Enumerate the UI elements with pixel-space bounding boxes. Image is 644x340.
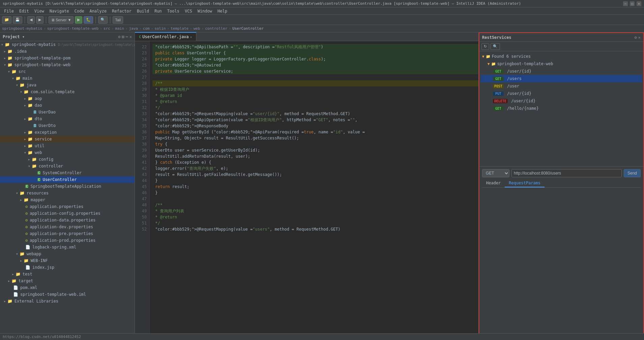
toolbar-save-btn[interactable]: 💾 [13,16,22,24]
code-line[interactable]: /** [152,80,478,86]
editor-tab-usercontroller[interactable]: C UserController.java ✕ [135,32,196,41]
code-line[interactable]: "color:#bbb529;">@ResponseBody [152,123,478,129]
menu-item-refactor[interactable]: Refactor [109,8,134,14]
breadcrumb-item[interactable]: java [129,26,138,31]
breadcrumb-item[interactable]: web [193,26,200,31]
breadcrumb-item[interactable]: controller [205,26,227,31]
sidebar-tree-item[interactable]: ▶📁dto [0,115,135,122]
menu-item-build[interactable]: Build [134,8,152,14]
rest-service-item[interactable]: GET/users [481,75,642,82]
sidebar-tree-item[interactable]: ▶📁springboot-template-pom [0,55,135,61]
breadcrumb-item[interactable]: springboot-template-web [47,26,99,31]
maximize-btn[interactable]: □ [630,1,635,6]
code-line[interactable]: } catch (Exception e) { [152,159,478,165]
code-line[interactable]: private Logger logger = LoggerFactory.ge… [152,56,478,62]
rest-service-item[interactable]: GET/user/{id} [481,68,642,75]
rest-service-item[interactable]: DELETE/user/{id} [481,97,642,105]
sidebar-tree-item[interactable]: ▼📁src [0,68,135,75]
header-tab[interactable]: Header [482,179,505,187]
url-input[interactable] [511,169,622,177]
code-line[interactable]: result = ResultUtil.getFailedResult(e.ge… [152,172,478,178]
code-line[interactable]: public class UserController { [152,50,478,56]
sidebar-tree-item[interactable]: ⚙application-config.properties [0,210,135,217]
sidebar-tree-item[interactable]: 📄logback-spring.xml [0,244,135,251]
code-line[interactable]: logger.error("查询用户失败", e); [152,165,478,172]
code-line[interactable]: "color:#bbb529;">@RequestMapping(value =… [152,226,478,232]
sidebar-tree-item[interactable]: ⚙application.properties [0,203,135,210]
sidebar-tree-item[interactable]: 📄springboot-template-web.iml [0,291,135,298]
code-line[interactable]: * @return [152,214,478,220]
menu-item-vcs[interactable]: VCS [182,8,195,14]
sidebar-tree-item[interactable]: ▶📁exception [0,129,135,136]
sidebar-tree-item[interactable]: ▶📁service [0,136,135,142]
sidebar-layout-icon[interactable]: ⊞ [122,34,124,39]
rest-gear-icon[interactable]: ⚙ [635,35,637,40]
sidebar-tree-item[interactable]: ▼📁com.solin.template [0,88,135,95]
sidebar-tree-item[interactable]: ▼📁springboot-template-web [0,61,135,68]
code-line[interactable]: "color:#bbb529;">@ApiOperation(value = "… [152,117,478,123]
menu-item-run[interactable]: Run [152,8,165,14]
sidebar-tree-item[interactable]: ▶📁mapper [0,197,135,203]
code-line[interactable]: * 根据ID查询用户 [152,86,478,93]
request-params-tab[interactable]: RequestParams [505,179,544,187]
sidebar-tree-item[interactable]: CSystemController [0,169,135,176]
sidebar-tree-item[interactable]: ▶📁.idea [0,48,135,55]
code-line[interactable]: try { [152,141,478,147]
rest-close-icon[interactable]: ✕ [638,35,641,40]
rest-service-item[interactable]: POST/user [481,82,642,90]
toolbar-open-btn[interactable]: 📁 [2,16,11,24]
sidebar-tree-item[interactable]: ⚙application-dev.properties [0,224,135,230]
code-line[interactable]: * @param id [152,93,478,99]
sidebar-tree-item[interactable]: ▶📁External Libraries [0,298,135,305]
menu-item-help[interactable]: Help [215,8,230,14]
sidebar-tree-item[interactable]: ⚙application-prod.properties [0,237,135,244]
toolbar-back-btn[interactable]: ◀ [27,16,35,24]
rest-search-btn[interactable]: 🔍 [491,43,500,50]
code-line[interactable] [152,196,478,202]
menu-item-navigate[interactable]: Navigate [47,8,72,14]
rest-service-item[interactable]: GET/hello/{name} [481,105,642,112]
menu-item-analyze[interactable]: Analyze [87,8,109,14]
sidebar-close-icon[interactable]: ✕ [130,34,132,39]
breadcrumb-item[interactable]: springboot-mybatis [2,26,42,31]
sidebar-tree-item[interactable]: ▼📁main [0,75,135,82]
toolbar-debug-btn[interactable]: 🐛 [84,16,93,24]
toolbar-run-btn[interactable]: ▶ [75,16,82,24]
code-line[interactable]: } [152,178,478,184]
sidebar-tree-item[interactable]: ⚙application-data.properties [0,217,135,224]
breadcrumb-item[interactable]: template [171,26,189,31]
menu-item-window[interactable]: Window [195,8,215,14]
menu-item-tools[interactable]: Tools [165,8,182,14]
sidebar-tree-item[interactable]: IUserDto [0,122,135,129]
rest-project-item[interactable]: ▼ 📁 springboot-template-web [481,60,642,68]
rest-service-item[interactable]: PUT/user/{id} [481,90,642,97]
breadcrumb-item[interactable]: com [143,26,150,31]
sidebar-tree-item[interactable]: ▼📁controller [0,163,135,169]
sidebar-tree-item[interactable]: ▼📁resources [0,190,135,197]
rest-refresh-btn[interactable]: ↻ [481,43,489,50]
toolbar-forward-btn[interactable]: ▶ [36,16,44,24]
close-btn[interactable]: ✕ [637,1,641,6]
sidebar-tree-item[interactable]: ▼📁springboot-mybatisD:\work\Template\spr… [0,41,135,48]
sidebar-tree-item[interactable]: ▶📁test [0,271,135,278]
code-line[interactable]: UserDto user = userService.getUserById(i… [152,147,478,153]
sidebar-tree-item[interactable]: ▶📁target [0,278,135,284]
sidebar-minimize-icon[interactable]: — [126,34,128,39]
code-line[interactable]: /** [152,202,478,208]
sidebar-tree-item[interactable]: ▶📁aop [0,95,135,102]
menu-item-edit[interactable]: Edit [17,8,32,14]
sidebar-tree-item[interactable]: IUserDao [0,109,135,115]
toolbar-server-btn[interactable]: 🖥 Server ▼ [49,16,74,24]
sidebar-tree-item[interactable]: 📄pom.xml [0,284,135,291]
sidebar-tree-item[interactable]: ▶📁WEB-INF [0,257,135,264]
code-line[interactable]: ResultUtil.addReturnData(result, user); [152,153,478,159]
sidebar-tree-item[interactable]: ▶📁config [0,156,135,163]
code-line[interactable]: } [152,190,478,196]
code-line[interactable]: private UserService userService; [152,68,478,74]
code-content[interactable]: "color:#bbb529;">@Api(basePath = "", des… [150,41,478,333]
menu-item-view[interactable]: View [32,8,47,14]
sidebar-tree-item[interactable]: ▶📁dao [0,102,135,109]
breadcrumb-item[interactable]: src [104,26,110,31]
sidebar-tree-item[interactable]: 📄index.jsp [0,264,135,271]
toolbar-tail-btn[interactable]: Tail [113,16,123,24]
